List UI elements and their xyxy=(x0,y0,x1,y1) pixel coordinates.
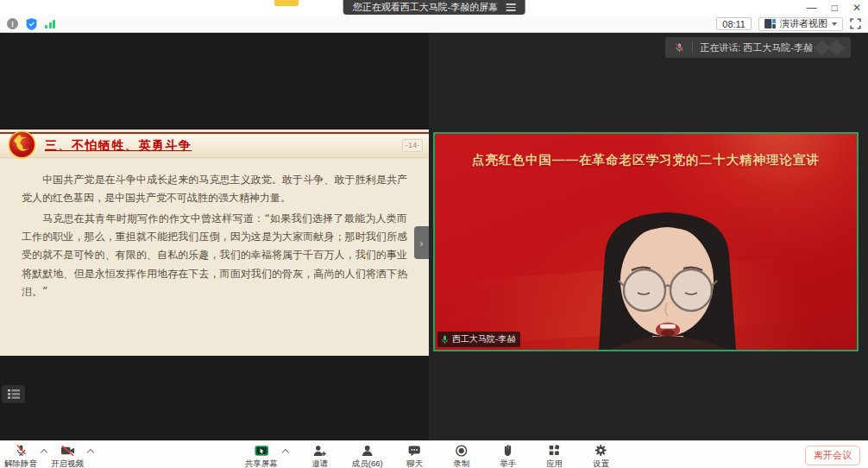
divider xyxy=(692,42,693,53)
speaker-view-icon xyxy=(764,19,776,28)
share-screen-label: 共享屏幕 xyxy=(245,459,278,468)
window-controls: — □ ✕ xyxy=(807,1,861,15)
slide-top-rule xyxy=(0,132,429,134)
raise-hand-label: 举手 xyxy=(500,459,516,468)
invite-button[interactable]: 邀请 xyxy=(305,444,335,468)
list-icon xyxy=(8,389,20,399)
party-emblem-icon xyxy=(8,130,36,159)
share-screen-button[interactable]: 共享屏幕 xyxy=(245,444,278,468)
active-speaker-indicator: 正在讲话: 西工大马院-李赪 xyxy=(665,37,851,58)
slide-header: 三、不怕牺牲、英勇斗争 -14- xyxy=(0,135,429,157)
settings-button[interactable]: 设置 xyxy=(587,444,616,468)
invite-person-icon xyxy=(313,444,327,457)
apps-label: 应用 xyxy=(546,459,563,468)
annotation-list-toggle[interactable] xyxy=(2,385,25,403)
chat-label: 聊天 xyxy=(406,459,423,468)
chevron-down-icon xyxy=(832,22,837,26)
record-icon xyxy=(456,444,468,457)
minimize-button[interactable]: — xyxy=(807,1,817,15)
slide-page-number: -14- xyxy=(402,139,423,152)
audio-wave-decoration xyxy=(828,40,844,55)
shared-screen-panel: 三、不怕牺牲、英勇斗争 -14- 中国共产党是在斗争中成长起来的马克思主义政党。… xyxy=(0,33,429,440)
unmute-label: 解除静音 xyxy=(4,459,37,468)
slide-body-text: 中国共产党是在斗争中成长起来的马克思主义政党。敢于斗争、敢于胜利是共产党人的红色… xyxy=(0,157,429,302)
chevron-right-icon: › xyxy=(419,237,423,250)
video-name-tag: 西工大马院-李赪 xyxy=(437,332,520,347)
leave-meeting-button[interactable]: 离开会议 xyxy=(805,446,860,465)
toolbar-center-group: 共享屏幕 邀请 xyxy=(245,444,616,468)
background-app-tab xyxy=(274,0,299,6)
main-stage: 三、不怕牺牲、英勇斗争 -14- 中国共产党是在斗争中成长起来的马克思主义政党。… xyxy=(0,33,868,440)
muted-mic-icon xyxy=(674,41,685,54)
watching-banner[interactable]: 您正在观看西工大马院-李赪的屏幕 xyxy=(343,0,525,15)
start-video-label: 开启视频 xyxy=(51,459,84,468)
meeting-window: 您正在观看西工大马院-李赪的屏幕 — □ ✕ ! 08:11 xyxy=(0,0,868,468)
video-panel: 正在讲话: 西工大马院-李赪 点亮红色中国——在革命老区学习党的二十大精神理论宣… xyxy=(429,33,868,440)
mic-muted-icon xyxy=(15,444,28,457)
apps-grid-icon xyxy=(549,444,560,457)
video-options-chevron[interactable] xyxy=(87,449,94,456)
settings-label: 设置 xyxy=(593,459,609,468)
speaker-video-tile[interactable]: 点亮红色中国——在革命老区学习党的二十大精神理论宣讲 xyxy=(433,132,859,351)
chat-bubble-icon xyxy=(408,444,421,457)
unmute-button[interactable]: 解除静音 xyxy=(4,444,37,468)
mic-on-icon xyxy=(441,335,449,345)
start-video-button[interactable]: 开启视频 xyxy=(51,444,84,468)
meeting-toolbar: 解除静音 开启视频 xyxy=(0,440,868,468)
video-name-text: 西工大马院-李赪 xyxy=(452,333,515,345)
apps-button[interactable]: 应用 xyxy=(540,444,569,468)
security-shield-icon[interactable] xyxy=(26,18,37,30)
network-signal-icon[interactable] xyxy=(45,19,55,28)
banner-menu-icon[interactable] xyxy=(506,3,515,11)
invite-label: 邀请 xyxy=(311,459,328,468)
view-mode-dropdown[interactable]: 演讲者视图 xyxy=(758,17,843,31)
record-button[interactable]: 录制 xyxy=(447,444,476,468)
chat-button[interactable]: 聊天 xyxy=(400,444,430,468)
title-bar: 您正在观看西工大马院-李赪的屏幕 — □ ✕ xyxy=(0,0,868,16)
video-banner-text: 点亮红色中国——在革命老区学习党的二十大精神理论宣讲 xyxy=(435,152,857,168)
panel-collapse-handle[interactable]: › xyxy=(414,226,429,259)
raise-hand-button[interactable]: 举手 xyxy=(494,444,523,468)
meeting-info-icon[interactable]: ! xyxy=(7,18,18,29)
gear-icon xyxy=(594,444,607,457)
camera-off-icon xyxy=(60,444,75,457)
active-speaker-text: 正在讲话: 西工大马院-李赪 xyxy=(700,41,813,54)
members-icon xyxy=(362,444,374,457)
presentation-slide: 三、不怕牺牲、英勇斗争 -14- 中国共产党是在斗争中成长起来的马克思主义政党。… xyxy=(0,130,429,356)
meeting-timer: 08:11 xyxy=(716,17,752,30)
status-left-icons: ! xyxy=(7,18,55,30)
share-options-chevron[interactable] xyxy=(282,449,289,456)
slide-title: 三、不怕牺牲、英勇斗争 xyxy=(45,138,192,154)
members-button[interactable]: 成员(66) xyxy=(352,444,383,468)
raise-hand-icon xyxy=(502,444,513,457)
status-bar: ! 08:11 演讲者视图 xyxy=(0,16,868,33)
audio-options-chevron[interactable] xyxy=(41,449,47,456)
maximize-button[interactable]: □ xyxy=(832,1,838,15)
status-right-controls: 08:11 演讲者视图 xyxy=(716,17,868,31)
toolbar-left-group: 解除静音 开启视频 xyxy=(4,444,93,468)
fullscreen-icon[interactable] xyxy=(850,18,861,29)
view-mode-label: 演讲者视图 xyxy=(780,17,827,30)
slide-paragraph: 马克思在其青年时期写作的作文中曾这样写道：“如果我们选择了最能为人类而工作的职业… xyxy=(22,210,407,302)
slide-paragraph: 中国共产党是在斗争中成长起来的马克思主义政党。敢于斗争、敢于胜利是共产党人的红色… xyxy=(22,171,407,208)
record-label: 录制 xyxy=(453,459,469,468)
share-screen-icon xyxy=(254,444,268,457)
watching-banner-text: 您正在观看西工大马院-李赪的屏幕 xyxy=(353,1,499,14)
members-label: 成员(66) xyxy=(352,459,383,468)
close-button[interactable]: ✕ xyxy=(852,1,861,15)
